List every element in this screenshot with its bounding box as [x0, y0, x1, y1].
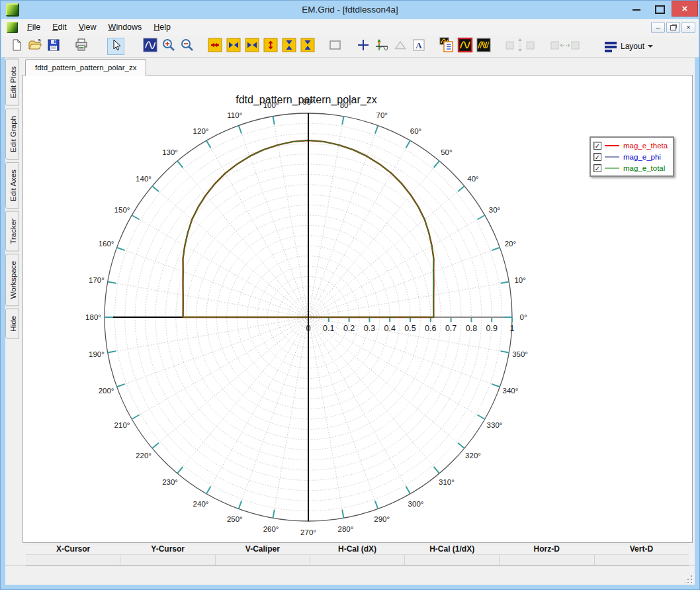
mdi-restore-button[interactable] — [666, 22, 680, 33]
cursor-headers: X-CursorY-CursorV-CaliperH-Cal (dX)H-Cal… — [26, 544, 689, 554]
expand-horizontal-button[interactable] — [206, 38, 224, 55]
maximize-icon — [655, 5, 665, 14]
svg-text:70°: 70° — [376, 111, 388, 119]
menu-item-file[interactable]: File — [21, 19, 46, 36]
legend-checkbox[interactable]: ✓ — [593, 153, 601, 161]
title-bar: EM.Grid - [fdtdlesson4a] × — [1, 1, 699, 19]
app-window: EM.Grid - [fdtdlesson4a] × FileEditViewW… — [0, 0, 700, 590]
open-icon — [28, 38, 42, 54]
layout-dropdown[interactable]: Layout — [601, 40, 657, 53]
menu-item-help[interactable]: Help — [148, 19, 177, 36]
mdi-minimize-button[interactable]: – — [651, 22, 665, 33]
open-button[interactable] — [26, 38, 44, 55]
plot-canvas[interactable]: 00.10.20.30.40.50.60.70.80.910°10°20°30°… — [22, 75, 693, 543]
print-icon — [74, 38, 89, 54]
minimize-button[interactable] — [625, 1, 648, 17]
zoom-in-button[interactable] — [160, 38, 177, 55]
svg-text:0.9: 0.9 — [486, 324, 498, 333]
legend-label: mag_e_total — [623, 164, 665, 172]
status-strip — [5, 565, 695, 585]
cursor-value-cell — [500, 555, 594, 565]
menu-items: FileEditViewWindowsHelp — [21, 19, 177, 36]
resize-grip[interactable] — [685, 575, 693, 583]
zoom-out-button[interactable] — [179, 38, 196, 55]
legend-checkbox[interactable]: ✓ — [593, 142, 601, 150]
mdi-close-button[interactable]: × — [681, 22, 695, 33]
print-button[interactable] — [73, 38, 90, 55]
textA-icon: A — [412, 38, 426, 55]
expand-vertical-button[interactable] — [262, 38, 279, 55]
layout-label: Layout — [621, 42, 644, 51]
rect-icon — [328, 38, 343, 55]
restore-icon — [670, 25, 676, 30]
text-tool-button[interactable]: A — [410, 38, 427, 55]
svg-text:0.8: 0.8 — [466, 324, 477, 333]
svg-text:0.1: 0.1 — [323, 324, 334, 333]
zoomout-icon — [180, 38, 195, 55]
legend-entry-mag_e_theta: ✓mag_e_theta — [593, 140, 668, 151]
svg-text:30°: 30° — [489, 206, 500, 214]
svg-text:230°: 230° — [162, 478, 178, 486]
sidebar-tab-workspace[interactable]: Workspace — [5, 254, 19, 306]
svg-text:200°: 200° — [99, 387, 114, 395]
crosshair-button[interactable] — [355, 38, 372, 55]
svg-text:290°: 290° — [374, 515, 390, 523]
svg-text:0.2: 0.2 — [343, 324, 355, 333]
save-button[interactable] — [45, 38, 62, 55]
legend-label: mag_e_theta — [623, 142, 668, 150]
new-icon — [10, 38, 23, 54]
sidebar-tab-edit-plots[interactable]: Edit Plots — [5, 59, 19, 106]
menu-item-view[interactable]: View — [73, 19, 103, 36]
distribute-horizontal-button — [548, 38, 582, 55]
main-area: fdtd_pattern_pattern_polar_zx 00.10.20.3… — [22, 58, 695, 585]
sidebar-tab-edit-graph[interactable]: Edit Graph — [5, 109, 19, 160]
sidebar-tab-tracker[interactable]: Tracker — [5, 211, 19, 252]
sidebar-tab-edit-axes[interactable]: Edit Axes — [5, 162, 19, 209]
layout-bars-icon — [605, 42, 617, 51]
multi-plot-button[interactable] — [475, 38, 492, 55]
zoom-box-button[interactable] — [327, 38, 344, 55]
cursor-column-horz-d: Horz-D — [500, 544, 594, 554]
maximize-button[interactable] — [648, 1, 670, 17]
axes-tool-button[interactable] — [373, 38, 390, 55]
sidebar-tab-hide[interactable]: Hide — [5, 309, 19, 339]
select-cursor-button[interactable] — [107, 38, 124, 55]
marker-tool-button — [392, 38, 409, 55]
svg-text:160°: 160° — [99, 240, 114, 248]
new-button[interactable] — [8, 38, 25, 55]
cursor-column-h-cal-dx-: H-Cal (dX) — [310, 544, 404, 554]
menu-item-edit[interactable]: Edit — [46, 19, 73, 36]
axes-icon — [374, 38, 389, 55]
compress-vertical-button[interactable] — [299, 38, 316, 55]
svg-text:130°: 130° — [162, 148, 178, 156]
svg-text:0.6: 0.6 — [425, 324, 436, 333]
shrink-horizontal-button[interactable] — [225, 38, 242, 55]
document-tab[interactable]: fdtd_pattern_pattern_polar_zx — [25, 59, 146, 76]
legend-line-swatch — [605, 168, 619, 169]
vexpand-icon — [263, 38, 278, 55]
menu-item-windows[interactable]: Windows — [103, 19, 148, 36]
fit-view-button[interactable] — [142, 38, 159, 55]
compress-horizontal-button[interactable] — [243, 38, 261, 55]
cursor-column-x-cursor: X-Cursor — [26, 544, 120, 554]
close-button[interactable]: × — [672, 1, 698, 17]
cursor-readout-bar: X-CursorY-CursorV-CaliperH-Cal (dX)H-Cal… — [26, 544, 689, 565]
legend-checkbox[interactable]: ✓ — [593, 164, 601, 172]
svg-text:310°: 310° — [439, 478, 455, 486]
legend-toggle-button[interactable] — [438, 38, 455, 55]
svg-text:340°: 340° — [503, 387, 519, 395]
document-logo-icon — [7, 22, 18, 33]
save-icon — [47, 38, 60, 54]
cursor-value-cell — [310, 555, 405, 565]
legend-line-swatch — [605, 145, 619, 146]
single-plot-button[interactable] — [457, 38, 474, 55]
disth-icon — [549, 37, 581, 56]
shrink-vertical-button[interactable] — [281, 38, 298, 55]
hshrink-icon — [226, 38, 241, 55]
triangle-icon — [393, 38, 408, 55]
svg-text:0.3: 0.3 — [364, 324, 375, 333]
document-tab-row: fdtd_pattern_pattern_polar_zx — [22, 58, 695, 75]
close-icon: × — [672, 1, 697, 16]
minimize-icon — [633, 9, 640, 11]
svg-text:180°: 180° — [85, 313, 101, 321]
